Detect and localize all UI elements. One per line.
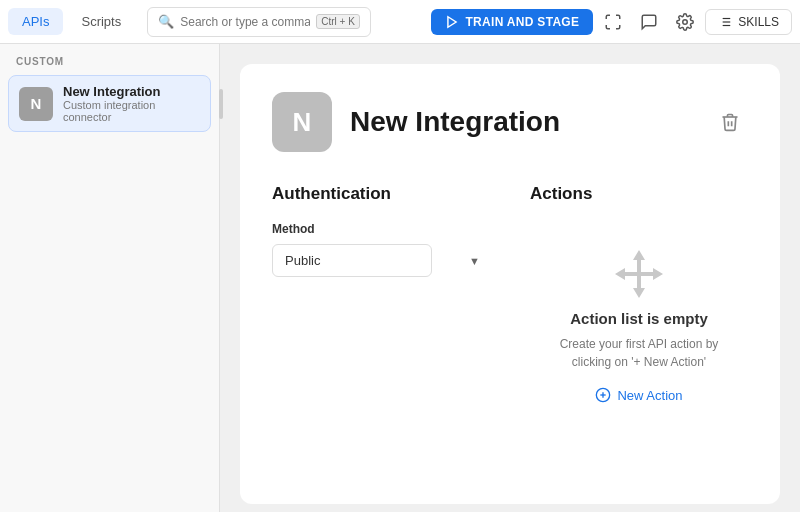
integration-title: New Integration: [350, 106, 694, 138]
tab-scripts[interactable]: Scripts: [67, 8, 135, 35]
drag-icon: [607, 242, 671, 310]
sidebar-item-wrapper: N New Integration Custom integration con…: [8, 75, 211, 132]
gear-icon: [676, 13, 694, 31]
authentication-section: Authentication Method Public Private OAu…: [272, 184, 490, 423]
transfer-icon-button[interactable]: [597, 6, 629, 38]
topbar: APIs Scripts 🔍 Ctrl + K TRAIN AND STAGE: [0, 0, 800, 44]
empty-state: Action list is empty Create your first A…: [530, 222, 748, 423]
empty-state-description: Create your first API action by clicking…: [539, 335, 739, 371]
sidebar-item-new-integration[interactable]: N New Integration Custom integration con…: [8, 75, 211, 132]
actions-section: Actions Action list is empty Create your…: [530, 184, 748, 423]
skills-icon: [718, 15, 732, 29]
method-select[interactable]: Public Private OAuth2: [272, 244, 432, 277]
train-icon: [445, 15, 459, 29]
skills-button[interactable]: SKILLS: [705, 9, 792, 35]
search-input[interactable]: [180, 15, 310, 29]
method-label: Method: [272, 222, 490, 236]
trash-icon: [720, 112, 740, 132]
transfer-icon: [604, 13, 622, 31]
sidebar-item-subtitle: Custom integration connector: [63, 99, 200, 123]
sidebar-item-text: New Integration Custom integration conne…: [63, 84, 200, 123]
sidebar-section-label: CUSTOM: [8, 56, 211, 67]
skills-label: SKILLS: [738, 15, 779, 29]
search-bar: 🔍 Ctrl + K: [147, 7, 371, 37]
sidebar-item-name: New Integration: [63, 84, 200, 99]
settings-icon-button[interactable]: [669, 6, 701, 38]
main-layout: CUSTOM N New Integration Custom integrat…: [0, 44, 800, 512]
integration-header: N New Integration: [272, 92, 748, 152]
sidebar: CUSTOM N New Integration Custom integrat…: [0, 44, 220, 512]
integration-avatar: N: [272, 92, 332, 152]
train-label: TRAIN AND STAGE: [465, 15, 579, 29]
auth-section-title: Authentication: [272, 184, 490, 204]
new-action-label: New Action: [617, 388, 682, 403]
search-icon: 🔍: [158, 14, 174, 29]
two-column-layout: Authentication Method Public Private OAu…: [272, 184, 748, 423]
new-action-button[interactable]: New Action: [595, 387, 682, 403]
content-area: N New Integration Authentication Method: [220, 44, 800, 512]
actions-section-title: Actions: [530, 184, 748, 204]
keyboard-shortcut: Ctrl + K: [316, 14, 360, 29]
empty-state-title: Action list is empty: [570, 310, 708, 327]
sidebar-item-avatar: N: [19, 87, 53, 121]
plus-circle-icon: [595, 387, 611, 403]
method-select-wrapper: Public Private OAuth2 ▼: [272, 244, 490, 277]
tab-apis[interactable]: APIs: [8, 8, 63, 35]
train-and-stage-button[interactable]: TRAIN AND STAGE: [431, 9, 593, 35]
svg-point-0: [683, 19, 688, 24]
delete-button[interactable]: [712, 104, 748, 140]
integration-card: N New Integration Authentication Method: [240, 64, 780, 504]
resize-handle[interactable]: [219, 89, 223, 119]
chat-icon-button[interactable]: [633, 6, 665, 38]
chat-icon: [640, 13, 658, 31]
chevron-down-icon: ▼: [469, 255, 480, 267]
